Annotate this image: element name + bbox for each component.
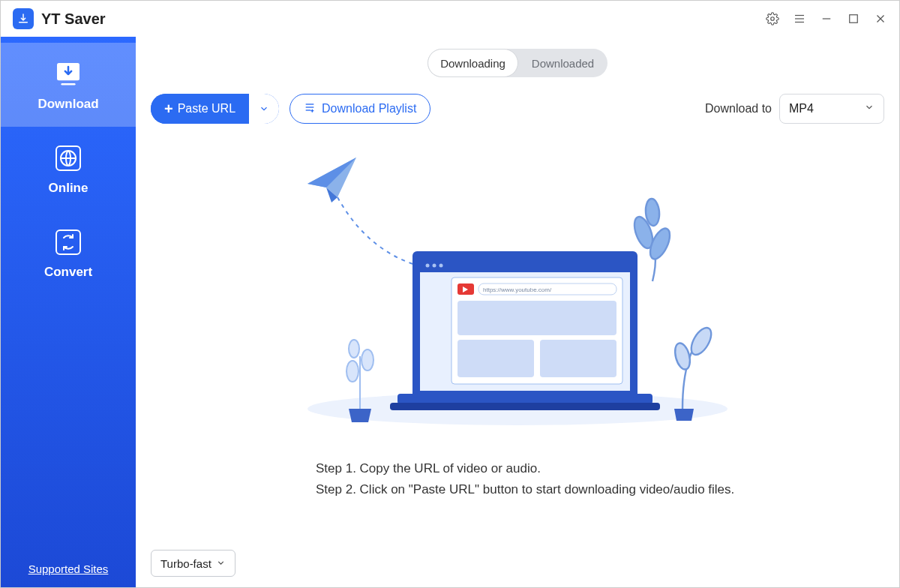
svg-point-18 (346, 361, 358, 382)
format-select[interactable]: MP4 (779, 94, 884, 124)
illustration-url-text: https://www.youtube.com/ (483, 286, 552, 293)
sidebar-item-download[interactable]: Download (1, 43, 136, 127)
close-icon[interactable] (874, 12, 887, 26)
download-icon (51, 59, 86, 89)
menu-icon[interactable] (793, 12, 806, 26)
app-title: YT Saver (41, 10, 106, 28)
download-playlist-label: Download Playlist (322, 102, 416, 116)
svg-point-34 (426, 264, 430, 268)
sidebar-item-online[interactable]: Online (1, 127, 136, 211)
playlist-icon (304, 101, 316, 116)
sidebar-item-label: Convert (44, 265, 92, 280)
tab-downloaded[interactable]: Downloaded (518, 49, 608, 77)
minimize-icon[interactable] (820, 12, 833, 26)
sidebar-item-convert[interactable]: Convert (1, 211, 136, 295)
svg-rect-33 (420, 259, 630, 272)
sidebar: Download Online Convert Supported Sites (1, 37, 136, 587)
supported-sites-link[interactable]: Supported Sites (1, 550, 136, 587)
empty-state-illustration: https://www.youtube.com/ (285, 131, 750, 446)
chevron-down-icon (864, 102, 874, 116)
main-area: Downloading Downloaded + Paste URL (136, 37, 899, 587)
paste-url-label: Paste URL (178, 102, 236, 116)
paste-url-button[interactable]: + Paste URL (151, 94, 279, 124)
app-logo-icon (13, 8, 34, 29)
svg-point-25 (673, 341, 693, 370)
plus-icon: + (164, 100, 173, 118)
chevron-down-icon (216, 557, 226, 570)
maximize-icon[interactable] (847, 12, 860, 26)
paste-url-dropdown[interactable] (249, 94, 279, 124)
svg-rect-5 (850, 15, 858, 23)
download-to-label: Download to (705, 102, 772, 116)
svg-rect-42 (458, 340, 534, 377)
speed-value: Turbo-fast (160, 557, 212, 570)
title-bar: YT Saver (1, 1, 899, 37)
step-2-text: Step 2. Click on "Paste URL" button to s… (316, 479, 884, 500)
convert-icon (51, 227, 86, 257)
svg-rect-12 (56, 230, 80, 254)
svg-point-19 (362, 350, 374, 370)
sidebar-item-label: Online (49, 181, 88, 196)
svg-point-35 (433, 264, 436, 268)
settings-icon[interactable] (766, 12, 779, 26)
speed-select[interactable]: Turbo-fast (151, 550, 236, 577)
globe-icon (51, 143, 86, 173)
download-playlist-button[interactable]: Download Playlist (290, 94, 430, 124)
status-tabs: Downloading Downloaded (428, 49, 608, 77)
svg-point-24 (687, 325, 715, 358)
sidebar-item-label: Download (38, 97, 98, 112)
svg-point-36 (440, 264, 443, 268)
svg-rect-41 (458, 301, 616, 335)
svg-point-20 (349, 340, 359, 358)
tab-downloading[interactable]: Downloading (428, 49, 518, 77)
format-value: MP4 (789, 102, 814, 116)
svg-rect-30 (390, 403, 660, 410)
svg-point-0 (771, 17, 775, 21)
svg-rect-43 (540, 340, 616, 377)
step-1-text: Step 1. Copy the URL of video or audio. (316, 458, 884, 479)
